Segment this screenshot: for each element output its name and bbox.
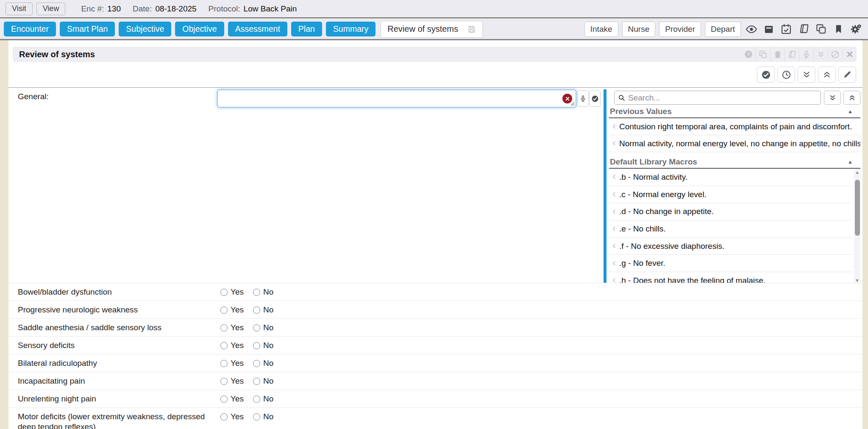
scrollbar-thumb[interactable] <box>855 180 860 236</box>
clock-button[interactable] <box>777 67 795 83</box>
panel-chevrons-down-button[interactable] <box>824 91 841 105</box>
bookmark-icon[interactable] <box>832 21 845 37</box>
chevrons-down-icon[interactable] <box>813 47 828 62</box>
insert-left-icon: ‹ <box>612 240 616 251</box>
yes-radio[interactable] <box>220 396 228 403</box>
tab-encounter[interactable]: Encounter <box>4 22 56 36</box>
encounter-date: Date: 08-18-2025 <box>133 4 197 14</box>
tab-subjective[interactable]: Subjective <box>119 22 171 36</box>
scroll-up-icon[interactable]: ▲ <box>855 169 860 176</box>
yes-radio[interactable] <box>220 413 228 421</box>
collapse-arrow-icon[interactable]: ▲ <box>848 159 853 165</box>
panel-accent-bar <box>604 89 606 283</box>
macro-item[interactable]: ‹ .e - No chills. <box>609 220 853 238</box>
yes-radio[interactable] <box>220 360 228 367</box>
collapse-arrow-icon[interactable]: ▲ <box>848 109 853 114</box>
macro-item[interactable]: ‹ .g - No fever. <box>609 255 853 272</box>
macro-item[interactable]: ‹ .h - Does not have the feeling of mala… <box>609 272 853 283</box>
previous-value-item[interactable]: ‹ Normal activity, normal energy level, … <box>609 135 860 152</box>
provider-button[interactable]: Provider <box>659 22 701 37</box>
yes-radio[interactable] <box>220 306 228 314</box>
book-icon[interactable] <box>797 21 810 37</box>
panel-chevrons-up-button[interactable] <box>843 91 860 105</box>
question-row: Sensory deficits Yes No <box>8 337 862 354</box>
tab-review-of-systems[interactable]: Review of systems <box>381 21 483 38</box>
chevrons-up-button[interactable] <box>818 67 836 83</box>
help-icon[interactable]: ? <box>741 47 756 62</box>
no-radio[interactable] <box>253 378 260 385</box>
macro-scrollbar[interactable]: ▲ ▼ <box>854 169 860 283</box>
microphone-button[interactable] <box>577 90 589 107</box>
search-box <box>614 91 821 105</box>
form-action-buttons <box>757 67 856 83</box>
scroll-down-icon[interactable]: ▼ <box>855 277 860 283</box>
copy-icon[interactable] <box>814 21 828 37</box>
question-row: Saddle anesthesia / saddle sensory loss … <box>8 319 862 337</box>
chevrons-down-button[interactable] <box>798 67 815 83</box>
visit-button[interactable]: Visit <box>6 3 33 15</box>
ban-icon[interactable] <box>828 47 842 62</box>
search-input[interactable] <box>628 93 817 103</box>
main-toolbar: Encounter Smart Plan Subjective Objectiv… <box>0 19 868 40</box>
depart-button[interactable]: Depart <box>705 22 741 37</box>
gears-icon[interactable] <box>849 21 862 37</box>
archive-icon[interactable] <box>762 21 776 37</box>
no-radio[interactable] <box>253 306 260 314</box>
search-icon <box>618 94 625 101</box>
macro-list: ‹ .b - Normal activity. ‹ .c - Normal en… <box>609 169 860 283</box>
calendar-check-icon[interactable] <box>779 21 793 37</box>
previous-value-item[interactable]: ‹ Contusion right temporal area, complai… <box>609 118 860 135</box>
tab-summary[interactable]: Summary <box>326 22 376 36</box>
questions-list: Bowel/bladder dysfunction Yes No Progres… <box>8 283 862 429</box>
microphone-icon[interactable] <box>799 47 813 62</box>
resize-handle-icon[interactable] <box>570 102 575 106</box>
insert-left-icon: ‹ <box>612 275 616 283</box>
insert-left-icon: ‹ <box>612 258 616 268</box>
eye-icon[interactable] <box>745 21 758 37</box>
intake-button[interactable]: Intake <box>584 22 618 37</box>
macros-header: Default Library Macros ▲ <box>609 156 860 169</box>
no-radio[interactable] <box>253 413 260 421</box>
no-radio[interactable] <box>253 396 260 403</box>
tab-smart-plan[interactable]: Smart Plan <box>60 22 115 36</box>
copy-icon[interactable] <box>756 47 770 62</box>
check-circle-button[interactable] <box>757 67 775 83</box>
view-button[interactable]: View <box>36 3 66 15</box>
toolbar-right-group: Intake Nurse Provider Depart <box>584 21 862 37</box>
insert-left-icon: ‹ <box>612 223 616 233</box>
divider <box>8 87 862 88</box>
insert-left-icon: ‹ <box>612 121 616 131</box>
protocol: Protocol: Low Back Pain <box>209 4 297 14</box>
pencil-button[interactable] <box>838 67 856 83</box>
yes-radio[interactable] <box>220 342 228 349</box>
insert-left-icon: ‹ <box>612 138 616 148</box>
no-radio[interactable] <box>253 342 260 349</box>
tab-objective[interactable]: Objective <box>175 22 224 36</box>
macro-item[interactable]: ‹ .f - No excessive diaphoresis. <box>609 238 853 255</box>
section-title: Review of systems <box>19 50 95 59</box>
no-radio[interactable] <box>253 289 260 296</box>
yes-radio[interactable] <box>220 378 228 385</box>
macro-item[interactable]: ‹ .c - Normal energy level. <box>609 186 853 203</box>
search-row <box>609 91 860 105</box>
question-row: Progressive neurologic weakness Yes No <box>8 301 862 319</box>
confirm-button[interactable] <box>589 90 601 107</box>
question-row: Bilateral radiculopathy Yes No <box>8 354 862 372</box>
book-icon[interactable] <box>785 47 799 62</box>
nurse-button[interactable]: Nurse <box>622 22 656 37</box>
save-icon <box>467 25 476 33</box>
tab-assessment[interactable]: Assessment <box>228 22 287 36</box>
trash-icon[interactable] <box>770 47 785 62</box>
section-header: Review of systems ? <box>13 47 857 62</box>
no-radio[interactable] <box>253 324 260 332</box>
yes-radio[interactable] <box>220 324 228 332</box>
macro-item[interactable]: ‹ .b - Normal activity. <box>609 169 853 186</box>
tab-plan[interactable]: Plan <box>291 22 322 36</box>
macro-item[interactable]: ‹ .d - No change in appetite. <box>609 203 853 220</box>
no-radio[interactable] <box>253 360 260 367</box>
encounter-number: Enc #: 130 <box>81 4 121 14</box>
general-input[interactable] <box>217 89 576 108</box>
close-icon[interactable] <box>842 47 857 62</box>
yes-radio[interactable] <box>220 289 228 296</box>
insert-left-icon: ‹ <box>612 206 616 216</box>
